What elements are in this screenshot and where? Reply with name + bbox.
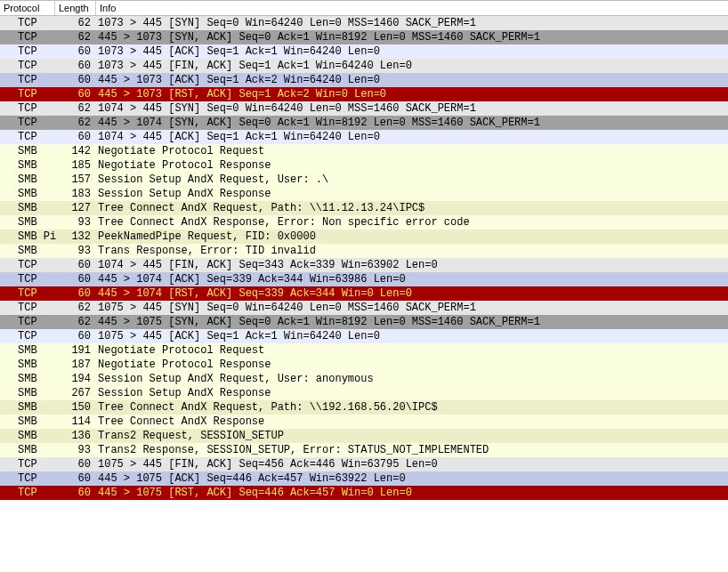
- packet-row[interactable]: SMB183Session Setup AndX Response: [0, 187, 728, 201]
- packet-row[interactable]: TCP621073 > 445 [SYN] Seq=0 Win=64240 Le…: [0, 16, 728, 30]
- cell-length: 191: [55, 344, 96, 357]
- packet-row[interactable]: TCP601074 > 445 [FIN, ACK] Seq=343 Ack=3…: [0, 258, 728, 272]
- cell-length: 62: [55, 302, 96, 314]
- cell-protocol: SMB: [0, 173, 55, 186]
- packet-row[interactable]: TCP621075 > 445 [SYN] Seq=0 Win=64240 Le…: [0, 301, 728, 315]
- packet-row[interactable]: SMB136Trans2 Request, SESSION_SETUP: [0, 429, 728, 443]
- packet-row[interactable]: SMB Pi132PeekNamedPipe Request, FID: 0x0…: [0, 230, 728, 244]
- cell-length: 114: [55, 415, 96, 428]
- cell-protocol: SMB Pi: [0, 230, 55, 243]
- cell-info: 1073 > 445 [FIN, ACK] Seq=1 Ack=1 Win=64…: [96, 60, 728, 72]
- cell-info: 445 > 1075 [RST, ACK] Seq=446 Ack=457 Wi…: [96, 487, 728, 499]
- col-header-info[interactable]: Info: [96, 1, 728, 15]
- cell-info: PeekNamedPipe Request, FID: 0x0000: [96, 230, 728, 243]
- cell-length: 157: [55, 173, 96, 186]
- cell-info: Session Setup AndX Request, User: anonym…: [96, 373, 728, 385]
- cell-protocol: SMB: [0, 202, 55, 214]
- cell-protocol: TCP: [0, 131, 55, 143]
- cell-protocol: TCP: [0, 273, 55, 286]
- cell-info: 445 > 1074 [SYN, ACK] Seq=0 Ack=1 Win=81…: [96, 117, 728, 129]
- packet-row[interactable]: TCP62445 > 1074 [SYN, ACK] Seq=0 Ack=1 W…: [0, 116, 728, 130]
- cell-length: 185: [55, 159, 96, 172]
- packet-row[interactable]: TCP601075 > 445 [ACK] Seq=1 Ack=1 Win=64…: [0, 329, 728, 343]
- packet-row[interactable]: SMB187Negotiate Protocol Response: [0, 358, 728, 372]
- cell-info: 1075 > 445 [ACK] Seq=1 Ack=1 Win=64240 L…: [96, 330, 728, 342]
- cell-protocol: TCP: [0, 45, 55, 58]
- cell-info: 1073 > 445 [SYN] Seq=0 Win=64240 Len=0 M…: [96, 17, 728, 29]
- cell-info: Negotiate Protocol Request: [96, 344, 728, 357]
- packet-row[interactable]: TCP60445 > 1073 [ACK] Seq=1 Ack=2 Win=64…: [0, 73, 728, 87]
- cell-info: Negotiate Protocol Request: [96, 145, 728, 157]
- packet-list-body: TCP621073 > 445 [SYN] Seq=0 Win=64240 Le…: [0, 16, 728, 500]
- cell-info: 1073 > 445 [ACK] Seq=1 Ack=1 Win=64240 L…: [96, 45, 728, 58]
- packet-row[interactable]: TCP601074 > 445 [ACK] Seq=1 Ack=1 Win=64…: [0, 130, 728, 144]
- cell-info: Negotiate Protocol Response: [96, 359, 728, 371]
- cell-length: 93: [55, 245, 96, 257]
- cell-protocol: SMB: [0, 188, 55, 200]
- packet-row[interactable]: TCP601073 > 445 [FIN, ACK] Seq=1 Ack=1 W…: [0, 59, 728, 73]
- cell-length: 127: [55, 202, 96, 214]
- cell-info: 445 > 1075 [SYN, ACK] Seq=0 Ack=1 Win=81…: [96, 316, 728, 328]
- col-header-length[interactable]: Length: [55, 1, 96, 15]
- cell-protocol: SMB: [0, 415, 55, 428]
- cell-protocol: SMB: [0, 373, 55, 385]
- cell-length: 183: [55, 188, 96, 200]
- cell-length: 93: [55, 216, 96, 229]
- packet-row[interactable]: TCP601073 > 445 [ACK] Seq=1 Ack=1 Win=64…: [0, 44, 728, 59]
- cell-length: 60: [55, 88, 96, 101]
- packet-row[interactable]: TCP62445 > 1073 [SYN, ACK] Seq=0 Ack=1 W…: [0, 30, 728, 44]
- cell-length: 93: [55, 444, 96, 456]
- packet-row[interactable]: SMB93Trans Response, Error: TID invalid: [0, 244, 728, 258]
- cell-length: 62: [55, 31, 96, 44]
- cell-length: 60: [55, 472, 96, 485]
- packet-row[interactable]: SMB142Negotiate Protocol Request: [0, 144, 728, 158]
- packet-row[interactable]: SMB127Tree Connect AndX Request, Path: \…: [0, 201, 728, 215]
- cell-info: Tree Connect AndX Request, Path: \\11.12…: [96, 202, 728, 214]
- packet-row[interactable]: TCP60445 > 1075 [ACK] Seq=446 Ack=457 Wi…: [0, 471, 728, 486]
- cell-protocol: TCP: [0, 259, 55, 271]
- packet-row[interactable]: SMB267Session Setup AndX Response: [0, 386, 728, 400]
- packet-row[interactable]: SMB93Tree Connect AndX Response, Error: …: [0, 215, 728, 230]
- cell-protocol: TCP: [0, 302, 55, 314]
- cell-info: 1074 > 445 [FIN, ACK] Seq=343 Ack=339 Wi…: [96, 259, 728, 271]
- cell-protocol: TCP: [0, 330, 55, 342]
- cell-info: 445 > 1073 [SYN, ACK] Seq=0 Ack=1 Win=81…: [96, 31, 728, 44]
- packet-row[interactable]: TCP60445 > 1074 [RST, ACK] Seq=339 Ack=3…: [0, 286, 728, 301]
- packet-row[interactable]: SMB185Negotiate Protocol Response: [0, 158, 728, 173]
- packet-list-header: Protocol Length Info: [0, 0, 728, 16]
- col-header-protocol[interactable]: Protocol: [0, 1, 55, 15]
- packet-row[interactable]: SMB150Tree Connect AndX Request, Path: \…: [0, 400, 728, 415]
- packet-row[interactable]: TCP601075 > 445 [FIN, ACK] Seq=456 Ack=4…: [0, 457, 728, 471]
- packet-row[interactable]: TCP60445 > 1075 [RST, ACK] Seq=446 Ack=4…: [0, 486, 728, 500]
- cell-length: 60: [55, 131, 96, 143]
- packet-row[interactable]: SMB191Negotiate Protocol Request: [0, 343, 728, 358]
- cell-length: 194: [55, 373, 96, 385]
- cell-protocol: SMB: [0, 159, 55, 172]
- cell-info: Session Setup AndX Request, User: .\: [96, 173, 728, 186]
- packet-row[interactable]: SMB194Session Setup AndX Request, User: …: [0, 372, 728, 386]
- cell-length: 62: [55, 17, 96, 29]
- cell-length: 136: [55, 430, 96, 442]
- cell-length: 62: [55, 102, 96, 115]
- packet-row[interactable]: TCP621074 > 445 [SYN] Seq=0 Win=64240 Le…: [0, 101, 728, 116]
- cell-length: 60: [55, 330, 96, 342]
- cell-protocol: TCP: [0, 487, 55, 499]
- packet-row[interactable]: TCP62445 > 1075 [SYN, ACK] Seq=0 Ack=1 W…: [0, 315, 728, 329]
- cell-length: 60: [55, 259, 96, 271]
- cell-protocol: TCP: [0, 17, 55, 29]
- packet-row[interactable]: SMB93Trans2 Response, SESSION_SETUP, Err…: [0, 443, 728, 457]
- packet-row[interactable]: TCP60445 > 1074 [ACK] Seq=339 Ack=344 Wi…: [0, 272, 728, 286]
- cell-info: 1074 > 445 [SYN] Seq=0 Win=64240 Len=0 M…: [96, 102, 728, 115]
- cell-protocol: TCP: [0, 117, 55, 129]
- packet-row[interactable]: SMB157Session Setup AndX Request, User: …: [0, 173, 728, 187]
- cell-info: 1075 > 445 [FIN, ACK] Seq=456 Ack=446 Wi…: [96, 458, 728, 471]
- cell-info: Session Setup AndX Response: [96, 188, 728, 200]
- cell-info: 445 > 1073 [ACK] Seq=1 Ack=2 Win=64240 L…: [96, 74, 728, 86]
- packet-row[interactable]: SMB114Tree Connect AndX Response: [0, 415, 728, 429]
- packet-row[interactable]: TCP60445 > 1073 [RST, ACK] Seq=1 Ack=2 W…: [0, 87, 728, 101]
- cell-info: 445 > 1075 [ACK] Seq=446 Ack=457 Win=639…: [96, 472, 728, 485]
- cell-info: 1075 > 445 [SYN] Seq=0 Win=64240 Len=0 M…: [96, 302, 728, 314]
- cell-protocol: SMB: [0, 344, 55, 357]
- cell-protocol: TCP: [0, 60, 55, 72]
- cell-length: 60: [55, 45, 96, 58]
